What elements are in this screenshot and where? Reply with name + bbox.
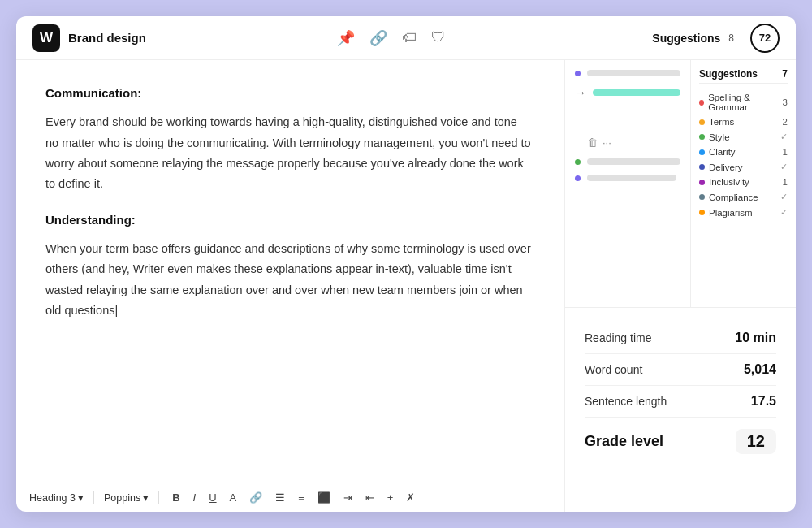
font-select[interactable]: Poppins ▾ <box>104 491 149 504</box>
sug-cat-name: Inclusivity <box>709 177 749 187</box>
align-button[interactable]: ⬛ <box>314 490 334 505</box>
shield-icon[interactable]: 🛡 <box>431 29 446 46</box>
editor-toolbar: Heading 3 ▾ Poppins ▾ B I U A 🔗 ☰ ≡ ⬛ ⇥ … <box>16 483 564 512</box>
grade-level-row: Grade level 12 <box>585 418 776 454</box>
sug-cat-left: Plagiarism <box>699 208 753 218</box>
sug-cat-left: Style <box>699 132 730 142</box>
sug-cat-count: 3 <box>783 97 788 107</box>
font-label: Poppins <box>104 492 140 504</box>
stats-panel: Reading time 10 min Word count 5,014 Sen… <box>565 308 796 469</box>
sug-cat-left: Clarity <box>699 147 736 157</box>
sug-cat-count: ✓ <box>780 192 788 202</box>
underline-button[interactable]: U <box>205 490 219 505</box>
sug-cat-left: Inclusivity <box>699 177 749 187</box>
app-title: Brand design <box>68 31 146 45</box>
sug-cat-total: 7 <box>782 68 788 80</box>
sug-line-4 <box>587 175 676 181</box>
sug-categories-list: Spelling & Grammar 3 Terms 2 Style ✓ Cla… <box>699 90 788 220</box>
sug-cat-dot <box>699 194 705 200</box>
ul-button[interactable]: ☰ <box>272 490 288 505</box>
sug-cat-header: Suggestions 7 <box>699 68 788 84</box>
sentence-length-value: 17.5 <box>751 394 776 409</box>
sug-cat-row[interactable]: Compliance ✓ <box>699 189 788 205</box>
sug-line-1 <box>587 70 680 76</box>
sug-cat-name: Style <box>709 132 730 142</box>
sentence-length-label: Sentence length <box>585 395 667 408</box>
sug-cat-name: Compliance <box>709 193 758 202</box>
suggestions-header: Suggestions 8 72 <box>652 24 780 53</box>
app-container: W Brand design 📌 🔗 🏷 🛡 Suggestions 8 72 … <box>16 16 796 512</box>
plus-button[interactable]: + <box>384 490 397 505</box>
section2-heading: Understanding: <box>45 210 535 231</box>
sug-context-lines <box>575 109 680 123</box>
heading-label: Heading 3 <box>29 492 76 504</box>
sug-dot-2 <box>575 159 581 165</box>
score-circle: 72 <box>750 24 780 53</box>
italic-button[interactable]: I <box>190 490 200 505</box>
indent-button[interactable]: ⇥ <box>340 490 356 505</box>
reading-time-value: 10 min <box>735 331 776 345</box>
more-options-icon[interactable]: ··· <box>603 136 611 149</box>
sug-cat-left: Spelling & Grammar <box>699 93 783 112</box>
section1-para: Every brand should be working towards ha… <box>45 112 535 195</box>
sug-cat-row[interactable]: Spelling & Grammar 3 <box>699 90 788 115</box>
section1-heading: Communication: <box>45 83 535 104</box>
sug-cat-dot <box>699 210 705 215</box>
sug-cat-count: 2 <box>783 117 788 127</box>
sug-cat-row[interactable]: Terms 2 <box>699 115 788 129</box>
sug-cat-name: Terms <box>709 117 734 127</box>
logo-icon: W <box>32 24 60 52</box>
tag-icon[interactable]: 🏷 <box>402 29 417 46</box>
grade-level-label: Grade level <box>585 433 663 450</box>
suggestions-label: Suggestions <box>652 32 720 45</box>
toolbar-sep-1 <box>93 491 94 504</box>
sug-cat-count: ✓ <box>780 132 788 142</box>
sug-cat-dot <box>699 164 705 170</box>
checkmark: ✓ <box>780 192 788 201</box>
link-icon[interactable]: 🔗 <box>369 29 387 47</box>
sug-cat-dot <box>699 134 705 140</box>
suggestions-count: 8 <box>728 32 734 44</box>
sug-cat-name: Plagiarism <box>709 208 753 218</box>
font-color-button[interactable]: A <box>227 490 240 505</box>
sug-cat-row[interactable]: Style ✓ <box>699 129 788 145</box>
heading-select[interactable]: Heading 3 ▾ <box>29 491 84 504</box>
sug-actions: 🗑 ··· <box>575 136 680 149</box>
checkmark: ✓ <box>780 207 788 217</box>
editor-content[interactable]: Communication: Every brand should be wor… <box>16 60 564 483</box>
outdent-button[interactable]: ⇤ <box>362 490 378 505</box>
sug-cat-count: 1 <box>783 177 788 187</box>
right-panel: → 🗑 ··· <box>564 60 796 512</box>
sug-cat-dot <box>699 100 704 106</box>
sug-line-highlighted <box>593 89 680 96</box>
suggestions-panel: → 🗑 ··· <box>565 60 796 308</box>
sug-cat-dot <box>699 119 705 125</box>
toolbar-sep-2 <box>158 491 159 504</box>
sug-cat-count: ✓ <box>780 207 788 218</box>
sug-cat-row[interactable]: Delivery ✓ <box>699 159 788 175</box>
bold-button[interactable]: B <box>169 490 183 505</box>
sug-cat-left: Delivery <box>699 162 743 172</box>
sug-cat-dot <box>699 180 705 185</box>
pin-icon[interactable]: 📌 <box>337 29 355 47</box>
sug-line-3 <box>587 158 680 165</box>
sug-dot-1 <box>575 71 581 76</box>
sug-cat-title: Suggestions <box>699 68 758 80</box>
word-count-label: Word count <box>585 363 642 376</box>
ol-button[interactable]: ≡ <box>295 490 308 505</box>
sug-cat-row[interactable]: Inclusivity 1 <box>699 175 788 189</box>
sug-cat-name: Delivery <box>709 162 743 172</box>
sug-cat-row[interactable]: Plagiarism ✓ <box>699 205 788 220</box>
sug-cat-dot <box>699 149 705 155</box>
sug-row-3 <box>575 158 680 165</box>
sug-row-2: → <box>575 86 680 99</box>
sentence-length-row: Sentence length 17.5 <box>585 386 776 418</box>
more-button[interactable]: ✗ <box>403 490 418 505</box>
sug-cat-count: ✓ <box>780 162 788 172</box>
delete-icon[interactable]: 🗑 <box>587 136 598 149</box>
link-button[interactable]: 🔗 <box>246 490 266 505</box>
sug-cat-row[interactable]: Clarity 1 <box>699 145 788 159</box>
reading-time-label: Reading time <box>585 331 652 344</box>
sug-left: → 🗑 ··· <box>565 60 690 307</box>
sug-cat-left: Terms <box>699 117 734 127</box>
